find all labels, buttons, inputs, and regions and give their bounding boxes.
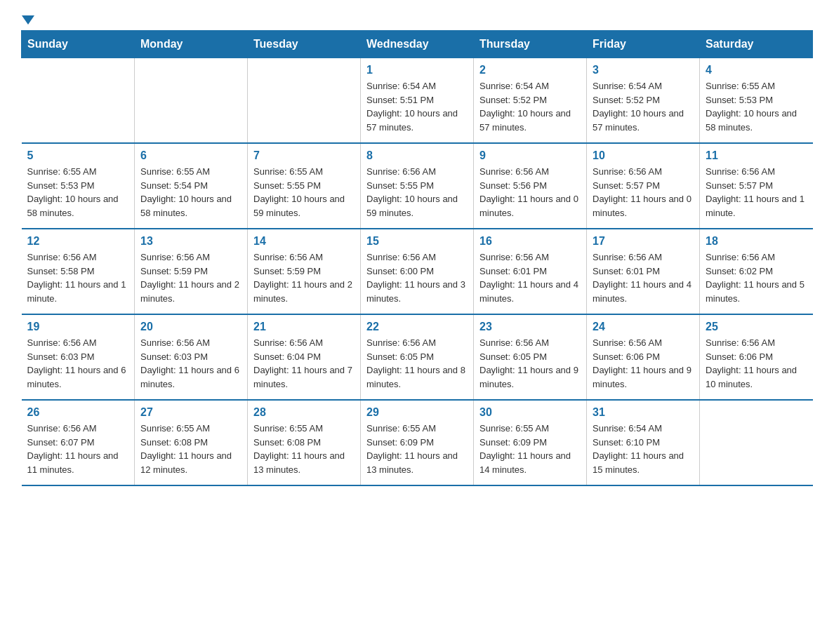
day-info: Sunrise: 6:55 AM Sunset: 5:53 PM Dayligh… xyxy=(27,165,129,220)
day-number: 7 xyxy=(253,149,355,162)
calendar-cell: 15Sunrise: 6:56 AM Sunset: 6:00 PM Dayli… xyxy=(361,229,474,314)
calendar-cell: 19Sunrise: 6:56 AM Sunset: 6:03 PM Dayli… xyxy=(22,314,135,400)
day-info: Sunrise: 6:56 AM Sunset: 6:05 PM Dayligh… xyxy=(366,336,468,391)
day-info: Sunrise: 6:56 AM Sunset: 5:55 PM Dayligh… xyxy=(366,165,468,220)
calendar-cell: 29Sunrise: 6:55 AM Sunset: 6:09 PM Dayli… xyxy=(361,400,474,485)
calendar-cell: 23Sunrise: 6:56 AM Sunset: 6:05 PM Dayli… xyxy=(474,314,587,400)
calendar-cell: 3Sunrise: 6:54 AM Sunset: 5:52 PM Daylig… xyxy=(587,58,700,144)
day-info: Sunrise: 6:55 AM Sunset: 6:09 PM Dayligh… xyxy=(479,422,581,476)
calendar-cell: 18Sunrise: 6:56 AM Sunset: 6:02 PM Dayli… xyxy=(700,229,813,314)
day-info: Sunrise: 6:55 AM Sunset: 6:08 PM Dayligh… xyxy=(140,422,241,476)
day-number: 18 xyxy=(706,235,807,248)
calendar-cell: 20Sunrise: 6:56 AM Sunset: 6:03 PM Dayli… xyxy=(135,314,248,400)
day-number: 6 xyxy=(140,149,241,162)
calendar-table: SundayMondayTuesdayWednesdayThursdayFrid… xyxy=(21,30,813,486)
day-number: 16 xyxy=(479,235,581,248)
calendar-cell: 9Sunrise: 6:56 AM Sunset: 5:56 PM Daylig… xyxy=(474,143,587,229)
page-header xyxy=(21,14,813,23)
day-info: Sunrise: 6:54 AM Sunset: 5:51 PM Dayligh… xyxy=(366,79,468,134)
calendar-cell xyxy=(22,58,135,144)
day-number: 23 xyxy=(479,321,581,333)
weekday-header-thursday: Thursday xyxy=(474,31,587,58)
calendar-cell: 31Sunrise: 6:54 AM Sunset: 6:10 PM Dayli… xyxy=(587,400,700,485)
week-row-5: 26Sunrise: 6:56 AM Sunset: 6:07 PM Dayli… xyxy=(22,400,813,485)
day-number: 30 xyxy=(479,406,581,419)
calendar-cell xyxy=(135,58,248,144)
calendar-cell: 4Sunrise: 6:55 AM Sunset: 5:53 PM Daylig… xyxy=(700,58,813,144)
calendar-cell: 17Sunrise: 6:56 AM Sunset: 6:01 PM Dayli… xyxy=(587,229,700,314)
calendar-cell: 8Sunrise: 6:56 AM Sunset: 5:55 PM Daylig… xyxy=(361,143,474,229)
calendar-cell: 1Sunrise: 6:54 AM Sunset: 5:51 PM Daylig… xyxy=(361,58,474,144)
day-number: 20 xyxy=(140,321,241,333)
calendar-cell: 27Sunrise: 6:55 AM Sunset: 6:08 PM Dayli… xyxy=(135,400,248,485)
day-number: 9 xyxy=(479,149,581,162)
day-number: 24 xyxy=(593,321,694,333)
day-info: Sunrise: 6:56 AM Sunset: 5:59 PM Dayligh… xyxy=(140,250,241,305)
day-info: Sunrise: 6:56 AM Sunset: 6:04 PM Dayligh… xyxy=(253,336,355,391)
day-number: 19 xyxy=(27,321,129,333)
day-info: Sunrise: 6:56 AM Sunset: 5:59 PM Dayligh… xyxy=(253,250,355,305)
weekday-header-row: SundayMondayTuesdayWednesdayThursdayFrid… xyxy=(22,31,813,58)
calendar-cell: 28Sunrise: 6:55 AM Sunset: 6:08 PM Dayli… xyxy=(248,400,361,485)
day-info: Sunrise: 6:56 AM Sunset: 6:03 PM Dayligh… xyxy=(140,336,241,391)
day-number: 13 xyxy=(140,235,241,248)
calendar-cell: 12Sunrise: 6:56 AM Sunset: 5:58 PM Dayli… xyxy=(22,229,135,314)
calendar-cell: 26Sunrise: 6:56 AM Sunset: 6:07 PM Dayli… xyxy=(22,400,135,485)
calendar-cell: 13Sunrise: 6:56 AM Sunset: 5:59 PM Dayli… xyxy=(135,229,248,314)
day-info: Sunrise: 6:55 AM Sunset: 6:08 PM Dayligh… xyxy=(253,422,355,476)
day-number: 11 xyxy=(706,149,807,162)
day-number: 15 xyxy=(366,235,468,248)
day-info: Sunrise: 6:54 AM Sunset: 5:52 PM Dayligh… xyxy=(479,79,581,134)
day-number: 21 xyxy=(253,321,355,333)
calendar-cell: 22Sunrise: 6:56 AM Sunset: 6:05 PM Dayli… xyxy=(361,314,474,400)
calendar-cell: 6Sunrise: 6:55 AM Sunset: 5:54 PM Daylig… xyxy=(135,143,248,229)
weekday-header-friday: Friday xyxy=(587,31,700,58)
calendar-cell: 5Sunrise: 6:55 AM Sunset: 5:53 PM Daylig… xyxy=(22,143,135,229)
day-number: 14 xyxy=(253,235,355,248)
day-number: 10 xyxy=(593,149,694,162)
day-info: Sunrise: 6:54 AM Sunset: 5:52 PM Dayligh… xyxy=(593,79,694,134)
day-number: 27 xyxy=(140,406,241,419)
day-number: 26 xyxy=(27,406,129,419)
day-number: 31 xyxy=(593,406,694,419)
day-info: Sunrise: 6:56 AM Sunset: 6:06 PM Dayligh… xyxy=(706,336,807,391)
calendar-cell: 2Sunrise: 6:54 AM Sunset: 5:52 PM Daylig… xyxy=(474,58,587,144)
day-number: 8 xyxy=(366,149,468,162)
week-row-1: 1Sunrise: 6:54 AM Sunset: 5:51 PM Daylig… xyxy=(22,58,813,144)
day-info: Sunrise: 6:55 AM Sunset: 5:55 PM Dayligh… xyxy=(253,165,355,220)
day-number: 5 xyxy=(27,149,129,162)
day-number: 25 xyxy=(706,321,807,333)
calendar-cell: 10Sunrise: 6:56 AM Sunset: 5:57 PM Dayli… xyxy=(587,143,700,229)
day-info: Sunrise: 6:56 AM Sunset: 5:56 PM Dayligh… xyxy=(479,165,581,220)
calendar-cell: 16Sunrise: 6:56 AM Sunset: 6:01 PM Dayli… xyxy=(474,229,587,314)
logo xyxy=(21,14,34,23)
calendar-cell: 24Sunrise: 6:56 AM Sunset: 6:06 PM Dayli… xyxy=(587,314,700,400)
day-number: 28 xyxy=(253,406,355,419)
week-row-3: 12Sunrise: 6:56 AM Sunset: 5:58 PM Dayli… xyxy=(22,229,813,314)
calendar-cell: 21Sunrise: 6:56 AM Sunset: 6:04 PM Dayli… xyxy=(248,314,361,400)
day-info: Sunrise: 6:56 AM Sunset: 6:01 PM Dayligh… xyxy=(479,250,581,305)
day-info: Sunrise: 6:56 AM Sunset: 6:07 PM Dayligh… xyxy=(27,422,129,476)
weekday-header-monday: Monday xyxy=(135,31,248,58)
weekday-header-tuesday: Tuesday xyxy=(248,31,361,58)
weekday-header-sunday: Sunday xyxy=(22,31,135,58)
day-info: Sunrise: 6:56 AM Sunset: 6:03 PM Dayligh… xyxy=(27,336,129,391)
weekday-header-saturday: Saturday xyxy=(700,31,813,58)
week-row-4: 19Sunrise: 6:56 AM Sunset: 6:03 PM Dayli… xyxy=(22,314,813,400)
day-info: Sunrise: 6:56 AM Sunset: 5:57 PM Dayligh… xyxy=(706,165,807,220)
day-info: Sunrise: 6:56 AM Sunset: 5:58 PM Dayligh… xyxy=(27,250,129,305)
weekday-header-wednesday: Wednesday xyxy=(361,31,474,58)
day-info: Sunrise: 6:55 AM Sunset: 5:54 PM Dayligh… xyxy=(140,165,241,220)
day-info: Sunrise: 6:56 AM Sunset: 6:02 PM Dayligh… xyxy=(706,250,807,305)
day-number: 12 xyxy=(27,235,129,248)
day-number: 22 xyxy=(366,321,468,333)
day-info: Sunrise: 6:56 AM Sunset: 6:01 PM Dayligh… xyxy=(593,250,694,305)
day-info: Sunrise: 6:56 AM Sunset: 6:06 PM Dayligh… xyxy=(593,336,694,391)
calendar-cell: 7Sunrise: 6:55 AM Sunset: 5:55 PM Daylig… xyxy=(248,143,361,229)
day-info: Sunrise: 6:56 AM Sunset: 6:05 PM Dayligh… xyxy=(479,336,581,391)
calendar-cell: 11Sunrise: 6:56 AM Sunset: 5:57 PM Dayli… xyxy=(700,143,813,229)
day-number: 1 xyxy=(366,64,468,76)
day-number: 3 xyxy=(593,64,694,76)
day-number: 2 xyxy=(479,64,581,76)
day-info: Sunrise: 6:55 AM Sunset: 6:09 PM Dayligh… xyxy=(366,422,468,476)
